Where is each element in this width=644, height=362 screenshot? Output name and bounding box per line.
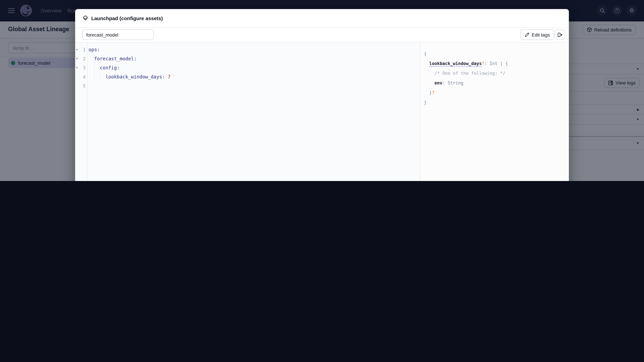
fold-toggle-icon [75,81,80,90]
code-line[interactable]: ops: [88,45,420,54]
edit-tags-label: Edit tags [532,32,550,37]
panel-expand-icon [557,32,563,37]
session-name-input[interactable] [82,29,154,40]
dialog-title: Launchpad (configure assets) [91,15,163,21]
schema-line: env: String [424,78,569,88]
fold-toggle-icon[interactable]: ▾ [75,54,80,63]
launchpad-dialog: Launchpad (configure assets) Edit tags [75,9,569,181]
indent-guide [94,54,94,81]
code-line[interactable]: forecast_model: [88,54,420,63]
line-number: 3 [80,63,87,72]
fold-toggle-icon[interactable]: ▾ [75,63,80,72]
schema-key[interactable]: lookback_window_days [429,61,482,67]
editor-code-lines: ops: forecast_model: config: lookback_wi… [88,45,420,90]
app: Overview Runs ? ⚙ Global Asset Lineage R… [0,0,644,181]
launchpad-diamond-icon [82,15,88,21]
editor-code[interactable]: ops: forecast_model: config: lookback_wi… [88,42,420,181]
line-number: 5 [80,81,87,90]
code-line[interactable] [88,81,420,90]
schema-line: } [424,97,569,107]
dialog-header: Launchpad (configure assets) [75,9,569,28]
expand-panel-button[interactable] [555,29,565,40]
code-line[interactable]: config: [88,63,420,72]
schema-line: }? [424,88,569,97]
schema-line: lookback_window_days?: Int | { [424,59,569,68]
schema-lines: { lookback_window_days?: Int | { /* One … [420,42,569,107]
session-tab-row: Edit tags [75,28,569,42]
config-editor[interactable]: ▾1▾2▾345 ops: forecast_model: config: lo… [75,42,420,181]
fold-toggle-icon[interactable]: ▾ [75,45,80,54]
schema-line: { [424,49,569,59]
pencil-icon [524,32,529,37]
schema-line: /* One of the following: */ [424,68,569,78]
line-number: 4 [80,72,87,81]
line-number: 1 [80,45,87,54]
editor-gutter: ▾1▾2▾345 [75,42,88,181]
editor-gutter-lines: ▾1▾2▾345 [75,45,87,90]
indent-guide [100,63,100,81]
edit-tags-button[interactable]: Edit tags [520,29,554,40]
line-number: 2 [80,54,87,63]
config-schema-panel: { lookback_window_days?: Int | { /* One … [420,42,569,181]
fold-toggle-icon [75,72,80,81]
code-line[interactable]: lookback_window_days: 7 [88,72,420,81]
